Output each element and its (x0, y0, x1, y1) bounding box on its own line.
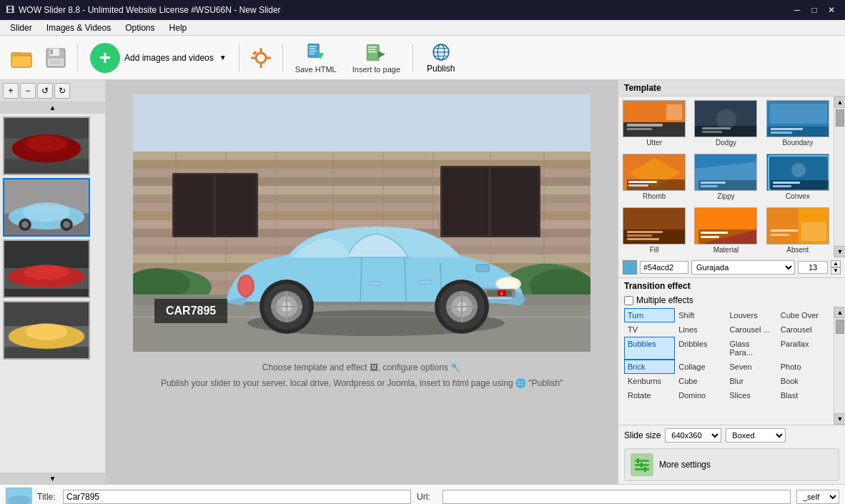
minimize-button[interactable]: ─ (789, 2, 805, 18)
svg-rect-170 (635, 468, 649, 470)
save-icon (44, 46, 68, 70)
remove-slide-button[interactable]: − (20, 83, 36, 99)
menu-images-videos[interactable]: Images & Videos (39, 21, 119, 34)
save-button[interactable] (40, 39, 71, 77)
title-bar: 🎞 WOW Slider 8.8 - Unlimited Website Lic… (0, 0, 845, 20)
effect-carousel-dots[interactable]: Carousel ... (726, 322, 777, 337)
template-scroll-up[interactable]: ▲ (834, 97, 845, 108)
template-scroll-thumb[interactable] (836, 109, 844, 127)
save-html-button[interactable]: Save HTML (289, 39, 343, 77)
template-thumb-fill (623, 207, 686, 244)
effect-photo[interactable]: Photo (777, 360, 828, 374)
effects-grid-wrap[interactable]: Turn Shift Louvers Cube Over TV Lines Ca… (618, 307, 834, 425)
effect-turn[interactable]: Turn (624, 308, 675, 322)
effect-domino[interactable]: Domino (675, 388, 726, 402)
transition-scroll-thumb[interactable] (836, 320, 844, 334)
effect-blast[interactable]: Blast (777, 388, 828, 402)
template-material[interactable]: Material (690, 204, 761, 257)
effect-kenburns[interactable]: Kenburns (624, 374, 675, 388)
slide-item[interactable] (3, 117, 90, 175)
more-settings-button[interactable]: More settings (624, 448, 839, 481)
template-zippy[interactable]: Zippy (690, 150, 761, 204)
close-button[interactable]: ✕ (824, 2, 839, 18)
effect-lines[interactable]: Lines (675, 322, 726, 337)
thumb-zippy-img (695, 154, 757, 191)
template-fill[interactable]: Fill (618, 204, 690, 257)
menu-slider[interactable]: Slider (3, 21, 39, 34)
template-scroll-down[interactable]: ▼ (834, 246, 845, 257)
multiple-effects-checkbox[interactable] (624, 296, 633, 305)
slide-item[interactable] (3, 239, 90, 298)
templates-scroll[interactable]: Utter (618, 97, 845, 257)
main-layout: + − ↺ ↻ ▲ (0, 80, 845, 484)
template-dodgy[interactable]: Dodgy (690, 97, 761, 150)
tools-button[interactable] (245, 39, 277, 77)
svg-text:F: F (500, 292, 503, 296)
app-icon: 🎞 (6, 5, 14, 15)
slide-url-target[interactable]: _self _blank (796, 490, 839, 504)
svg-rect-126 (666, 104, 682, 120)
template-utter[interactable]: Utter (618, 97, 690, 150)
menu-help[interactable]: Help (162, 21, 194, 34)
thumb-material-img (695, 208, 757, 244)
open-button[interactable] (6, 39, 37, 77)
maximize-button[interactable]: □ (806, 2, 822, 18)
effect-shift[interactable]: Shift (675, 308, 726, 322)
svg-rect-141 (628, 184, 648, 187)
slide-title-input[interactable] (63, 490, 411, 504)
template-boundary[interactable]: Boundary (762, 97, 834, 150)
right-panel: Template (618, 80, 845, 484)
effect-carousel[interactable]: Carousel (777, 322, 828, 337)
effect-brick[interactable]: Brick (624, 360, 675, 374)
effect-rotate[interactable]: Rotate (624, 388, 675, 402)
scroll-up-button[interactable]: ▲ (0, 102, 105, 114)
template-convex[interactable]: Convex (762, 150, 834, 204)
font-select[interactable]: Gurajada (691, 260, 795, 275)
insert-button[interactable]: Insert to page (346, 39, 407, 77)
effect-slices[interactable]: Slices (726, 388, 777, 402)
template-rhomb[interactable]: Rhomb (618, 150, 690, 204)
add-images-button[interactable]: + Add images and videos ▼ (84, 39, 233, 77)
rotate-left-button[interactable]: ↺ (37, 83, 53, 99)
svg-rect-172 (641, 463, 643, 468)
menu-options[interactable]: Options (118, 21, 162, 34)
svg-rect-124 (627, 124, 663, 127)
scroll-down-button[interactable]: ▼ (0, 473, 105, 484)
effect-parallax[interactable]: Parallax (777, 337, 828, 360)
effect-cubeover[interactable]: Cube Over (777, 308, 828, 322)
effect-seven[interactable]: Seven (726, 360, 777, 374)
font-size-up[interactable]: ▲ (831, 260, 841, 267)
add-slide-button[interactable]: + (3, 83, 19, 99)
font-size-down[interactable]: ▼ (831, 267, 841, 275)
publish-button[interactable]: Publish (419, 39, 463, 77)
svg-rect-164 (767, 208, 799, 244)
effect-collage[interactable]: Collage (675, 360, 726, 374)
template-scroll-track (834, 108, 845, 246)
effect-bubbles[interactable]: Bubbles (624, 337, 675, 360)
svg-rect-5 (50, 49, 53, 54)
transition-scroll-up[interactable]: ▲ (834, 307, 845, 318)
template-absent[interactable]: Absent (762, 204, 834, 257)
transition-scroll-down[interactable]: ▼ (834, 413, 845, 425)
effect-blur[interactable]: Blur (726, 374, 777, 388)
slide-item[interactable] (3, 301, 90, 360)
effect-dribbles[interactable]: Dribbles (675, 337, 726, 360)
effect-tv[interactable]: TV (624, 322, 675, 337)
slide-size-row: Slide size 640x360 800x450 1024x576 1280… (618, 425, 845, 445)
color-hex-input[interactable] (640, 261, 688, 274)
slide-toolbar: + − ↺ ↻ (0, 80, 105, 102)
slide-box-select[interactable]: Boxed Full width Full screen (726, 428, 786, 443)
template-name-dodgy: Dodgy (716, 139, 736, 147)
effect-glasspara[interactable]: Glass Para... (726, 337, 777, 360)
effect-louvers[interactable]: Louvers (726, 308, 777, 322)
slide-size-select[interactable]: 640x360 800x450 1024x576 1280x720 (665, 428, 721, 443)
slide-url-input[interactable] (443, 490, 791, 504)
effect-cube[interactable]: Cube (675, 374, 726, 388)
slide-item[interactable] (3, 178, 90, 237)
svg-rect-16 (309, 48, 315, 49)
rotate-right-button[interactable]: ↻ (54, 83, 70, 99)
svg-point-38 (22, 202, 71, 222)
font-size-input[interactable] (798, 261, 828, 274)
effect-book[interactable]: Book (777, 374, 828, 388)
color-swatch[interactable] (623, 260, 637, 275)
